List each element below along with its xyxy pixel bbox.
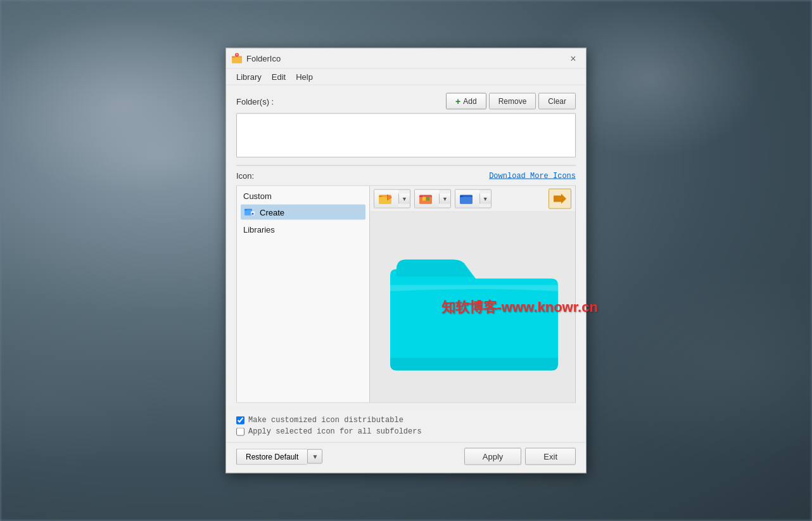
icon-left-panel: Custom Create Libraries xyxy=(237,186,370,402)
icon-btn-3[interactable] xyxy=(455,190,479,208)
restore-btn-group: Restore Default ▼ xyxy=(236,448,322,465)
folders-list[interactable] xyxy=(236,113,576,158)
arrow-btn[interactable] xyxy=(549,189,571,209)
icon-btn-group-2: ▼ xyxy=(414,190,451,209)
distributable-checkbox[interactable] xyxy=(236,416,244,424)
folder-buttons: + Add Remove Clear xyxy=(446,93,576,110)
dialog-content: Folder(s) : + Add Remove Clear Icon: Dow… xyxy=(226,86,586,411)
folders-label: Folder(s) : xyxy=(236,96,274,106)
icon-btn-1[interactable] xyxy=(374,190,398,208)
svg-marker-17 xyxy=(554,194,566,204)
subfolders-checkbox[interactable] xyxy=(236,427,244,435)
icon-btn-2-drop[interactable]: ▼ xyxy=(439,194,450,204)
icon-btn-group-3: ▼ xyxy=(455,190,492,209)
dialog-footer: Restore Default ▼ Apply Exit xyxy=(226,442,586,473)
icon-section: Icon: Download More Icons Custom xyxy=(236,171,576,403)
bottom-options: Make customized icon distributable Apply… xyxy=(226,411,586,442)
menu-library[interactable]: Library xyxy=(231,70,267,84)
distributable-label: Make customized icon distributable xyxy=(248,416,403,425)
icon-btn-group-1: ▼ xyxy=(374,190,410,209)
folders-header: Folder(s) : + Add Remove Clear xyxy=(236,93,576,110)
create-label: Create xyxy=(260,207,284,217)
arrow-icon xyxy=(554,193,566,205)
app-title: FolderIco xyxy=(246,54,566,63)
folder-arrow-icon xyxy=(378,192,395,206)
plus-icon: + xyxy=(455,96,460,106)
app-icon xyxy=(231,53,243,64)
create-item[interactable]: Create xyxy=(241,205,365,220)
add-label: Add xyxy=(463,97,476,106)
menu-edit[interactable]: Edit xyxy=(267,70,291,84)
folder-preview xyxy=(384,231,561,383)
download-more-link[interactable]: Download More Icons xyxy=(489,171,576,180)
exit-button[interactable]: Exit xyxy=(525,448,576,465)
remove-button[interactable]: Remove xyxy=(489,93,536,110)
checkbox-row-1: Make customized icon distributable xyxy=(236,416,576,425)
custom-label: Custom xyxy=(241,190,365,202)
close-button[interactable]: × xyxy=(566,51,581,66)
icon-right-panel: ▼ xyxy=(370,186,575,402)
menu-help[interactable]: Help xyxy=(291,70,318,84)
add-button[interactable]: + Add xyxy=(446,93,486,110)
icon-preview-area: 知软博客-www.knowr.cn xyxy=(370,212,575,402)
svg-rect-13 xyxy=(422,197,426,201)
svg-rect-1 xyxy=(232,57,242,63)
icon-body: Custom Create Libraries xyxy=(236,186,576,403)
main-dialog: FolderIco × Library Edit Help Folder(s) … xyxy=(225,48,587,473)
icon-btn-2[interactable] xyxy=(415,190,439,208)
create-icon xyxy=(244,207,256,218)
folders-section: Folder(s) : + Add Remove Clear xyxy=(236,93,576,158)
subfolders-label: Apply selected icon for all subfolders xyxy=(248,427,422,436)
restore-default-button[interactable]: Restore Default xyxy=(236,448,307,465)
svg-rect-16 xyxy=(460,197,473,204)
apply-button[interactable]: Apply xyxy=(464,448,522,465)
svg-rect-14 xyxy=(426,197,429,201)
titlebar: FolderIco × xyxy=(226,49,586,69)
footer-right: Apply Exit xyxy=(464,448,576,465)
folder-colorful-icon xyxy=(419,192,435,206)
icon-btn-3-drop[interactable]: ▼ xyxy=(479,194,491,204)
icon-toolbar: ▼ xyxy=(370,186,575,212)
icon-label: Icon: xyxy=(236,171,254,181)
section-divider xyxy=(236,165,576,166)
icon-btn-1-drop[interactable]: ▼ xyxy=(398,194,410,204)
icon-header: Icon: Download More Icons xyxy=(236,171,576,181)
libraries-label: Libraries xyxy=(241,224,365,236)
restore-dropdown-button[interactable]: ▼ xyxy=(307,449,322,464)
checkbox-row-2: Apply selected icon for all subfolders xyxy=(236,427,576,436)
clear-button[interactable]: Clear xyxy=(538,93,576,110)
menubar: Library Edit Help xyxy=(226,69,586,86)
folder-blue-icon xyxy=(459,192,476,206)
